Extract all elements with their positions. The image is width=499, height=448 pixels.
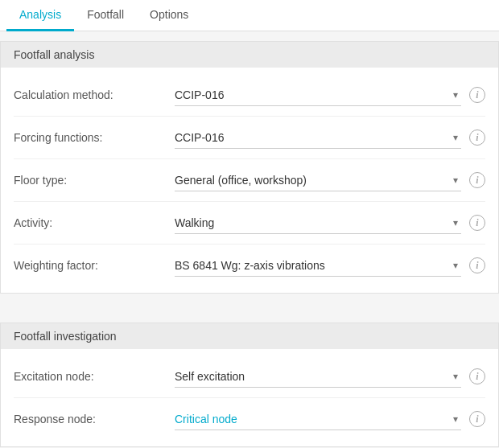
forcing-functions-select[interactable]: CCIP-016 ▾ xyxy=(175,126,461,149)
activity-info-icon[interactable]: i xyxy=(469,215,485,231)
activity-control: Walking ▾ i xyxy=(175,212,485,234)
calculation-method-label: Calculation method: xyxy=(14,88,175,101)
forcing-functions-dropdown-icon: ▾ xyxy=(453,132,458,143)
response-node-row: Response node: Critical node ▾ i xyxy=(14,398,485,440)
response-node-select[interactable]: Critical node ▾ xyxy=(175,408,461,430)
activity-row: Activity: Walking ▾ i xyxy=(14,202,485,245)
forcing-functions-row: Forcing functions: CCIP-016 ▾ i xyxy=(14,117,485,159)
forcing-functions-label: Forcing functions: xyxy=(14,131,175,144)
calculation-method-row: Calculation method: CCIP-016 ▾ i xyxy=(14,74,485,117)
weighting-factor-row: Weighting factor: BS 6841 Wg: z-axis vib… xyxy=(14,245,485,286)
weighting-factor-dropdown-icon: ▾ xyxy=(453,260,458,271)
excitation-node-info-icon[interactable]: i xyxy=(469,368,485,384)
forcing-functions-info-icon[interactable]: i xyxy=(469,129,485,146)
tab-bar: Analysis Footfall Options xyxy=(0,0,499,31)
calculation-method-dropdown-icon: ▾ xyxy=(453,89,458,101)
excitation-node-row: Excitation node: Self excitation ▾ i xyxy=(14,356,485,398)
response-node-control: Critical node ▾ i xyxy=(175,408,485,430)
calculation-method-value: CCIP-016 xyxy=(175,88,224,101)
activity-label: Activity: xyxy=(14,216,175,229)
excitation-node-value: Self excitation xyxy=(175,370,245,383)
activity-dropdown-icon: ▾ xyxy=(453,217,458,228)
floor-type-info-icon[interactable]: i xyxy=(469,172,485,188)
footfall-analysis-section: Footfall analysis Calculation method: CC… xyxy=(0,41,499,294)
tab-footfall[interactable]: Footfall xyxy=(74,0,137,31)
calculation-method-control: CCIP-016 ▾ i xyxy=(175,84,485,106)
excitation-node-dropdown-icon: ▾ xyxy=(453,371,458,382)
calculation-method-select[interactable]: CCIP-016 ▾ xyxy=(175,84,461,106)
weighting-factor-select[interactable]: BS 6841 Wg: z-axis vibrations ▾ xyxy=(175,254,461,277)
activity-value: Walking xyxy=(175,216,214,229)
activity-select[interactable]: Walking ▾ xyxy=(175,212,461,234)
footfall-analysis-header: Footfall analysis xyxy=(1,42,498,68)
floor-type-value: General (office, workshop) xyxy=(175,174,307,187)
floor-type-label: Floor type: xyxy=(14,174,175,187)
tab-options[interactable]: Options xyxy=(137,0,201,31)
floor-type-dropdown-icon: ▾ xyxy=(453,175,458,186)
floor-type-select[interactable]: General (office, workshop) ▾ xyxy=(175,169,461,191)
weighting-factor-control: BS 6841 Wg: z-axis vibrations ▾ i xyxy=(175,254,485,277)
weighting-factor-label: Weighting factor: xyxy=(14,259,175,272)
floor-type-row: Floor type: General (office, workshop) ▾… xyxy=(14,159,485,202)
weighting-factor-value: BS 6841 Wg: z-axis vibrations xyxy=(175,259,325,272)
footfall-analysis-body: Calculation method: CCIP-016 ▾ i Forcing… xyxy=(1,68,498,293)
weighting-factor-info-icon[interactable]: i xyxy=(469,257,485,273)
forcing-functions-control: CCIP-016 ▾ i xyxy=(175,126,485,149)
response-node-dropdown-icon: ▾ xyxy=(453,413,458,425)
tab-analysis[interactable]: Analysis xyxy=(6,0,74,31)
forcing-functions-value: CCIP-016 xyxy=(175,131,224,144)
calculation-method-info-icon[interactable]: i xyxy=(469,87,485,103)
floor-type-control: General (office, workshop) ▾ i xyxy=(175,169,485,191)
excitation-node-control: Self excitation ▾ i xyxy=(175,365,485,388)
footfall-investigation-body: Excitation node: Self excitation ▾ i Res… xyxy=(1,349,498,446)
response-node-label: Response node: xyxy=(14,413,175,425)
excitation-node-select[interactable]: Self excitation ▾ xyxy=(175,365,461,388)
response-node-info-icon[interactable]: i xyxy=(469,411,485,427)
footfall-investigation-section: Footfall investigation Excitation node: … xyxy=(0,323,499,447)
excitation-node-label: Excitation node: xyxy=(14,370,175,383)
response-node-value: Critical node xyxy=(175,413,237,425)
footfall-investigation-header: Footfall investigation xyxy=(1,323,498,349)
